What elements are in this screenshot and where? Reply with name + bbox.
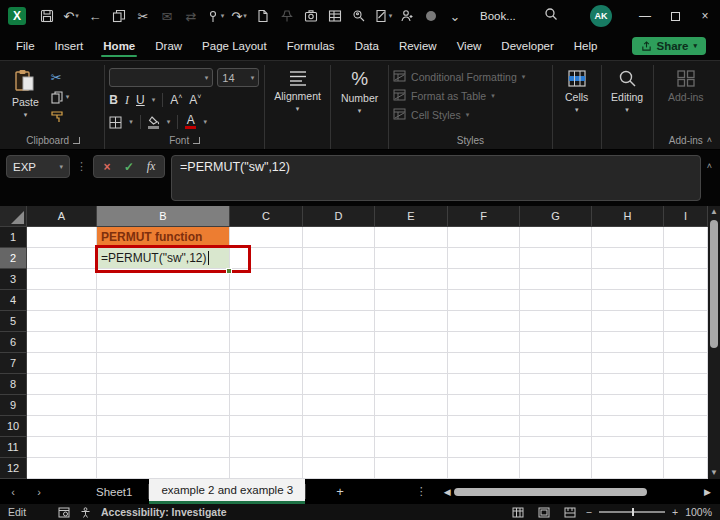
sheet-tab-sheet1[interactable]: Sheet1	[80, 479, 148, 504]
cell-D9[interactable]	[303, 395, 375, 416]
menu-tab-view[interactable]: View	[447, 35, 492, 58]
cell-G4[interactable]	[520, 290, 592, 311]
cell-G7[interactable]	[520, 353, 592, 374]
cell-A2[interactable]	[27, 248, 97, 269]
cell-E8[interactable]	[375, 374, 448, 395]
cell-H5[interactable]	[592, 311, 664, 332]
cell-A12[interactable]	[27, 458, 97, 479]
cell-F7[interactable]	[448, 353, 520, 374]
avatar[interactable]: AK	[590, 5, 612, 27]
cell-G11[interactable]	[520, 437, 592, 458]
ribbon-options-icon[interactable]: ⌄	[444, 5, 466, 27]
cell-G8[interactable]	[520, 374, 592, 395]
collapse-ribbon-icon[interactable]: ˄	[707, 135, 712, 145]
editing-button[interactable]: Editing ▾	[605, 65, 649, 114]
italic-button[interactable]: I	[125, 93, 129, 108]
increase-font-button[interactable]: A˄	[170, 93, 182, 107]
fill-handle[interactable]	[226, 268, 232, 274]
sheet-prev-icon[interactable]: ‹	[0, 486, 26, 498]
menu-tab-help[interactable]: Help	[564, 35, 608, 58]
cell-D1[interactable]	[303, 227, 375, 248]
cell-F9[interactable]	[448, 395, 520, 416]
cell-A4[interactable]	[27, 290, 97, 311]
cell-I3[interactable]	[664, 269, 708, 290]
ink-doc-icon[interactable]: ▾	[372, 5, 394, 27]
cell-D4[interactable]	[303, 290, 375, 311]
select-all-corner[interactable]	[0, 206, 27, 227]
cell-C10[interactable]	[230, 416, 303, 437]
cell-D11[interactable]	[303, 437, 375, 458]
vertical-scroll-thumb[interactable]	[710, 220, 718, 348]
close-button[interactable]: ×	[690, 0, 720, 32]
person-add-icon[interactable]	[396, 5, 418, 27]
cell-C7[interactable]	[230, 353, 303, 374]
cell-H9[interactable]	[592, 395, 664, 416]
excel-logo-icon[interactable]: X	[8, 7, 26, 25]
zoom-level[interactable]: 100%	[685, 506, 712, 518]
cell-G3[interactable]	[520, 269, 592, 290]
copy-button[interactable]: ▾	[51, 89, 70, 105]
styles-item-cell-styles[interactable]: Cell Styles▾	[393, 107, 525, 123]
cell-H2[interactable]	[592, 248, 664, 269]
cell-C2[interactable]	[230, 248, 303, 269]
column-header-C[interactable]: C	[230, 206, 303, 227]
font-color-button[interactable]: A	[185, 115, 196, 129]
cell-A11[interactable]	[27, 437, 97, 458]
underline-button[interactable]: U	[136, 93, 145, 107]
row-header-11[interactable]: 11	[0, 437, 27, 458]
cell-B4[interactable]	[97, 290, 230, 311]
cell-G1[interactable]	[520, 227, 592, 248]
cancel-icon[interactable]: ×	[97, 157, 117, 176]
cell-A10[interactable]	[27, 416, 97, 437]
back-arrow-icon[interactable]: ←	[84, 5, 106, 27]
format-painter-button[interactable]	[51, 109, 70, 125]
pin-icon[interactable]	[276, 5, 298, 27]
cell-F1[interactable]	[448, 227, 520, 248]
cell-C3[interactable]	[230, 269, 303, 290]
cell-E4[interactable]	[375, 290, 448, 311]
cell-A6[interactable]	[27, 332, 97, 353]
search-person-icon[interactable]	[348, 5, 370, 27]
menu-tab-data[interactable]: Data	[345, 35, 389, 58]
add-sheet-button[interactable]: +	[336, 484, 344, 499]
page-break-view-icon[interactable]	[564, 507, 576, 518]
addins-button[interactable]: Add-ins	[662, 65, 710, 103]
row-header-10[interactable]: 10	[0, 416, 27, 437]
cut-icon[interactable]: ✂	[132, 5, 154, 27]
cell-B3[interactable]	[97, 269, 230, 290]
cell-C1[interactable]	[230, 227, 303, 248]
cell-B10[interactable]	[97, 416, 230, 437]
cell-A1[interactable]	[27, 227, 97, 248]
cell-C12[interactable]	[230, 458, 303, 479]
font-name-combo[interactable]: ▾	[109, 68, 213, 87]
cell-D8[interactable]	[303, 374, 375, 395]
accessibility-status[interactable]: Accessibility: Investigate	[101, 506, 226, 518]
cell-E10[interactable]	[375, 416, 448, 437]
cell-B9[interactable]	[97, 395, 230, 416]
camera-icon[interactable]	[300, 5, 322, 27]
menu-tab-developer[interactable]: Developer	[491, 35, 563, 58]
row-header-4[interactable]: 4	[0, 290, 27, 311]
row-header-6[interactable]: 6	[0, 332, 27, 353]
cell-C4[interactable]	[230, 290, 303, 311]
cell-H12[interactable]	[592, 458, 664, 479]
cell-I12[interactable]	[664, 458, 708, 479]
cell-F11[interactable]	[448, 437, 520, 458]
cell-G10[interactable]	[520, 416, 592, 437]
cell-B2[interactable]: =PERMUT("sw",12)	[97, 248, 230, 269]
fill-color-button[interactable]	[148, 116, 160, 129]
font-dialog-launcher[interactable]	[193, 137, 200, 144]
menu-tab-page-layout[interactable]: Page Layout	[192, 35, 277, 58]
scroll-right-icon[interactable]: ▶	[701, 487, 714, 497]
cell-D5[interactable]	[303, 311, 375, 332]
cell-I2[interactable]	[664, 248, 708, 269]
sheet-next-icon[interactable]: ›	[26, 486, 52, 498]
cell-D12[interactable]	[303, 458, 375, 479]
vertical-scrollbar[interactable]: ▲ ▼	[708, 206, 720, 479]
bold-button[interactable]: B	[109, 93, 118, 107]
normal-view-icon[interactable]	[512, 507, 524, 518]
column-header-I[interactable]: I	[664, 206, 708, 227]
column-header-E[interactable]: E	[375, 206, 448, 227]
row-header-5[interactable]: 5	[0, 311, 27, 332]
cell-D3[interactable]	[303, 269, 375, 290]
